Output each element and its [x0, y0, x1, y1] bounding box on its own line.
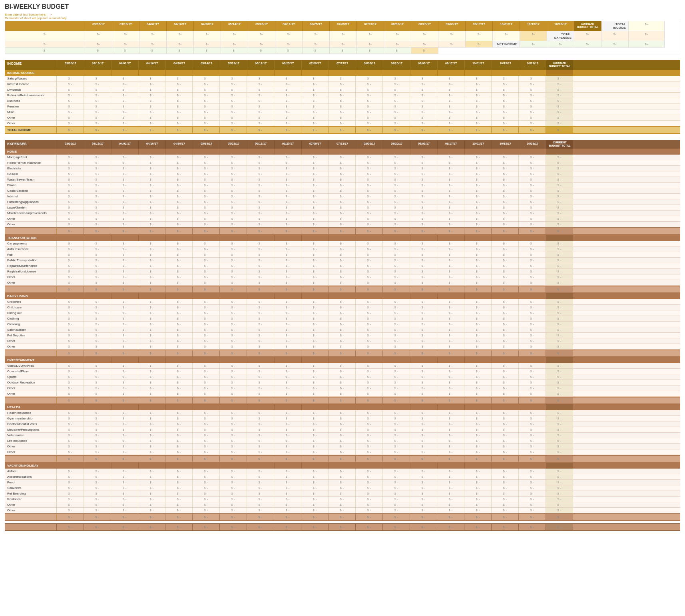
data-cell-total[interactable]: $ - [546, 188, 573, 193]
data-cell-5[interactable]: $ - [193, 344, 220, 349]
data-cell-13[interactable]: $ - [410, 98, 437, 103]
data-cell-7[interactable]: $ - [247, 98, 274, 103]
data-cell-3[interactable]: $ - [138, 491, 165, 496]
data-cell-16[interactable]: $ - [492, 160, 519, 165]
data-cell-11[interactable]: $ - [356, 485, 383, 491]
data-cell-17[interactable]: $ - [519, 269, 546, 274]
data-cell-3[interactable]: $ - [138, 98, 165, 103]
data-cell-12[interactable]: $ - [383, 369, 410, 374]
data-cell-16[interactable]: $ - [492, 115, 519, 120]
data-cell-12[interactable]: $ - [383, 109, 410, 115]
data-cell-4[interactable]: $ - [165, 508, 193, 513]
data-cell-1[interactable]: $ - [84, 263, 111, 268]
data-cell-1[interactable]: $ - [84, 469, 111, 474]
data-cell-14[interactable]: $ - [437, 427, 464, 432]
data-cell-4[interactable]: $ - [165, 211, 193, 216]
data-cell-17[interactable]: $ - [519, 177, 546, 182]
data-cell-total[interactable]: $ - [546, 205, 573, 210]
data-cell-12[interactable]: $ - [383, 485, 410, 491]
data-cell-10[interactable]: $ - [329, 252, 356, 257]
data-cell-1[interactable]: $ - [84, 333, 111, 338]
data-cell-13[interactable]: $ - [410, 177, 437, 182]
data-cell-7[interactable]: $ - [247, 177, 274, 182]
data-cell-3[interactable]: $ - [138, 252, 165, 257]
income-total-5[interactable]: $ - [165, 127, 193, 133]
data-cell-6[interactable]: $ - [220, 433, 247, 438]
data-cell-16[interactable]: $ - [492, 410, 519, 415]
data-cell-7[interactable]: $ - [247, 363, 274, 368]
data-cell-1[interactable]: $ - [84, 171, 111, 177]
data-cell-11[interactable]: $ - [356, 252, 383, 257]
data-cell-2[interactable]: $ - [111, 391, 138, 396]
data-cell-13[interactable]: $ - [410, 115, 437, 120]
data-cell-4[interactable]: $ - [165, 171, 193, 177]
data-cell-6[interactable]: $ - [220, 369, 247, 374]
data-cell-2[interactable]: $ - [111, 269, 138, 274]
data-cell-16[interactable]: $ - [492, 121, 519, 126]
data-cell-0[interactable]: $ - [57, 76, 84, 81]
data-cell-0[interactable]: $ - [57, 183, 84, 188]
data-cell-9[interactable]: $ - [301, 252, 329, 257]
data-cell-7[interactable]: $ - [247, 81, 274, 87]
exp-subtotal-cell-3[interactable]: $ - [138, 286, 165, 292]
data-cell-8[interactable]: $ - [274, 171, 301, 177]
data-cell-10[interactable]: $ - [329, 305, 356, 310]
data-cell-2[interactable]: $ - [111, 305, 138, 310]
data-cell-8[interactable]: $ - [274, 166, 301, 171]
data-cell-1[interactable]: $ - [84, 93, 111, 98]
data-cell-0[interactable]: $ - [57, 416, 84, 421]
data-cell-13[interactable]: $ - [410, 310, 437, 316]
data-cell-12[interactable]: $ - [383, 310, 410, 316]
final-total-1[interactable]: $ - [57, 524, 84, 530]
data-cell-14[interactable]: $ - [437, 199, 464, 205]
data-cell-15[interactable]: $ - [464, 438, 492, 443]
data-cell-3[interactable]: $ - [138, 194, 165, 199]
data-cell-15[interactable]: $ - [464, 363, 492, 368]
data-cell-17[interactable]: $ - [519, 246, 546, 252]
summary-net-7[interactable]: $- [85, 48, 112, 54]
data-cell-2[interactable]: $ - [111, 115, 138, 120]
data-cell-12[interactable]: $ - [383, 188, 410, 193]
data-cell-5[interactable]: $ - [193, 252, 220, 257]
data-cell-0[interactable]: $ - [57, 327, 84, 332]
exp-subtotal-cell-0[interactable]: $ - [57, 228, 84, 234]
data-cell-12[interactable]: $ - [383, 508, 410, 513]
data-cell-10[interactable]: $ - [329, 280, 356, 285]
data-cell-17[interactable]: $ - [519, 380, 546, 385]
data-cell-16[interactable]: $ - [492, 183, 519, 188]
exp-subtotal-cell-11[interactable]: $ - [356, 228, 383, 234]
exp-subtotal-cell-2[interactable]: $ - [111, 228, 138, 234]
data-cell-9[interactable]: $ - [301, 109, 329, 115]
data-cell-15[interactable]: $ - [464, 166, 492, 171]
data-cell-17[interactable]: $ - [519, 252, 546, 257]
data-cell-14[interactable]: $ - [437, 322, 464, 327]
data-cell-8[interactable]: $ - [274, 246, 301, 252]
data-cell-3[interactable]: $ - [138, 416, 165, 421]
data-cell-9[interactable]: $ - [301, 391, 329, 396]
data-cell-10[interactable]: $ - [329, 433, 356, 438]
data-cell-17[interactable]: $ - [519, 369, 546, 374]
data-cell-10[interactable]: $ - [329, 109, 356, 115]
data-cell-9[interactable]: $ - [301, 194, 329, 199]
data-cell-2[interactable]: $ - [111, 322, 138, 327]
data-cell-13[interactable]: $ - [410, 438, 437, 443]
exp-subtotal-cell-1[interactable]: $ - [84, 514, 111, 520]
data-cell-7[interactable]: $ - [247, 246, 274, 252]
data-cell-0[interactable]: $ - [57, 104, 84, 109]
data-cell-12[interactable]: $ - [383, 374, 410, 380]
data-cell-3[interactable]: $ - [138, 374, 165, 380]
data-cell-13[interactable]: $ - [410, 316, 437, 321]
data-cell-16[interactable]: $ - [492, 177, 519, 182]
summary-expenses-10[interactable]: $- [221, 41, 248, 48]
exp-subtotal-cell-13[interactable]: $ - [410, 514, 437, 520]
data-cell-2[interactable]: $ - [111, 252, 138, 257]
data-cell-13[interactable]: $ - [410, 421, 437, 427]
data-cell-10[interactable]: $ - [329, 199, 356, 205]
data-cell-3[interactable]: $ - [138, 87, 165, 92]
exp-subtotal-cell-5[interactable]: $ - [193, 397, 220, 403]
data-cell-10[interactable]: $ - [329, 263, 356, 268]
data-cell-17[interactable]: $ - [519, 98, 546, 103]
exp-subtotal-cell-10[interactable]: $ - [329, 456, 356, 462]
data-cell-7[interactable]: $ - [247, 194, 274, 199]
data-cell-8[interactable]: $ - [274, 416, 301, 421]
